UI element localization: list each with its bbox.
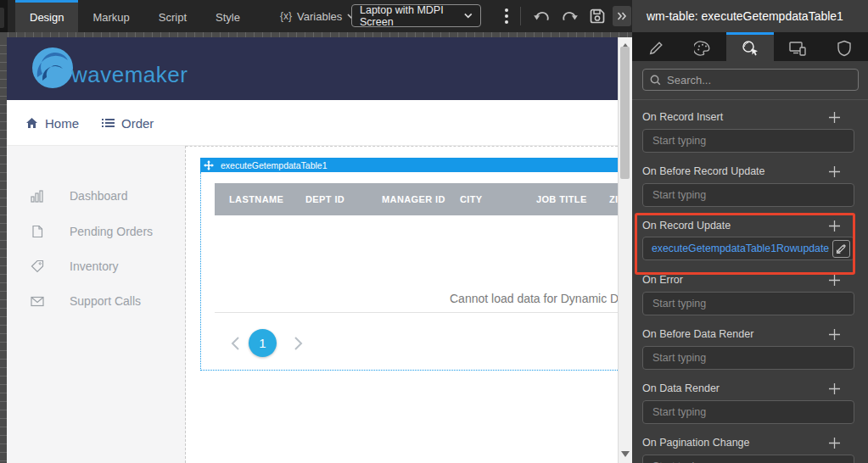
table-footer-divider	[215, 312, 618, 313]
sidebar-item-label: Dashboard	[70, 189, 128, 203]
column-header-lastname[interactable]: LASTNAME	[215, 183, 291, 215]
event-input-on-before-record-update[interactable]	[642, 183, 854, 207]
add-event-button[interactable]	[824, 109, 844, 126]
event-input-on-data-render[interactable]	[642, 400, 854, 424]
nav-item-home[interactable]: Home	[25, 100, 79, 146]
event-value-on-record-update: executeGetempdataTable1Rowupdate	[642, 237, 854, 260]
tab-styles[interactable]	[680, 32, 727, 61]
sidebar-item-dashboard[interactable]: Dashboard	[31, 187, 128, 205]
event-label-on-record-insert: On Record Insert	[642, 111, 812, 123]
data-table-header-row: LASTNAME DEPT ID MANAGER ID CITY JOB TIT…	[215, 183, 618, 215]
add-event-button[interactable]	[824, 380, 844, 397]
device-preview-value: Laptop with MDPI Screen	[360, 4, 464, 28]
add-event-button[interactable]	[824, 271, 844, 288]
add-event-button[interactable]	[824, 326, 844, 343]
sidebar-item-label: Support Calls	[70, 294, 141, 308]
add-event-button[interactable]	[824, 434, 844, 451]
palette-icon	[694, 41, 711, 56]
selected-widget-title-bar[interactable]: executeGetempdataTable1	[200, 158, 618, 172]
widget-name-label: executeGetempdataTable1	[221, 160, 328, 170]
double-chevron-right-icon	[617, 12, 627, 20]
redo-button[interactable]	[560, 6, 580, 26]
selected-widget-title: wm-table: executeGetempdataTable1	[647, 9, 843, 23]
nav-item-order[interactable]: Order	[102, 100, 154, 146]
column-header-city[interactable]: CITY	[445, 183, 522, 215]
tab-design[interactable]: Design	[15, 0, 78, 32]
panel-divider	[632, 99, 868, 100]
brand-logo: wavemaker	[29, 45, 188, 92]
event-input-on-before-data-render[interactable]	[642, 346, 854, 370]
event-handler-link[interactable]: executeGetempdataTable1Rowupdate	[652, 243, 832, 254]
undo-icon	[533, 8, 550, 24]
canvas-scrollbar[interactable]	[618, 37, 632, 463]
event-input-on-record-insert[interactable]	[642, 129, 854, 153]
tab-style[interactable]: Style	[201, 0, 255, 32]
plus-icon	[828, 274, 841, 287]
sidebar-item-pending-orders[interactable]: Pending Orders	[31, 222, 153, 241]
inspector-title: wm-table: executeGetempdataTable1	[632, 0, 868, 32]
save-icon	[589, 8, 606, 25]
edit-pencil-icon	[836, 243, 847, 254]
event-label-on-before-data-render: On Before Data Render	[642, 328, 812, 340]
event-input-on-pagination-change[interactable]	[642, 455, 854, 463]
event-label-on-before-record-update: On Before Record Update	[642, 165, 812, 177]
column-header-manager-id[interactable]: MANAGER ID	[367, 183, 445, 215]
variables-label: Variables	[297, 10, 342, 23]
plus-icon	[828, 437, 841, 449]
plus-icon	[828, 220, 841, 232]
devices-icon	[788, 41, 807, 56]
search-input[interactable]	[667, 74, 851, 86]
move-icon	[204, 160, 214, 170]
event-label-on-pagination-change: On Pagination Change	[642, 437, 812, 449]
scrollbar-thumb[interactable]	[620, 47, 630, 179]
design-canvas: wavemaker Home Order Dashboard Pending O…	[7, 37, 618, 463]
list-icon	[102, 118, 115, 128]
column-header-job-title[interactable]: JOB TITLE	[522, 183, 595, 215]
shield-icon	[837, 40, 852, 57]
save-button[interactable]	[587, 6, 608, 26]
tab-events[interactable]	[726, 32, 774, 61]
chevron-right-icon	[294, 336, 303, 351]
sidebar-item-inventory[interactable]: Inventory	[31, 257, 119, 276]
studio-toolbar: Design Markup Script Style {x} Variables…	[0, 0, 632, 32]
sidebar-item-support-calls[interactable]: Support Calls	[31, 292, 141, 310]
plus-icon	[828, 111, 841, 124]
pagination-current-page: 1	[259, 336, 266, 350]
event-label-on-error: On Error	[642, 274, 812, 286]
widget-selection-border	[200, 172, 201, 371]
pencil-icon	[648, 41, 664, 56]
variables-icon: {x}	[280, 10, 292, 22]
document-icon	[31, 225, 44, 238]
tab-devices[interactable]	[774, 32, 821, 61]
tab-script[interactable]: Script	[144, 0, 201, 32]
column-header-dept-id[interactable]: DEPT ID	[291, 183, 367, 215]
tag-icon	[31, 259, 44, 273]
more-options-icon[interactable]	[501, 7, 512, 25]
tab-security[interactable]	[820, 32, 868, 61]
event-label-on-record-update: On Record Update	[642, 220, 812, 232]
device-preview-select[interactable]: Laptop with MDPI Screen	[351, 4, 481, 27]
add-event-button[interactable]	[824, 163, 844, 180]
undo-button[interactable]	[531, 6, 552, 26]
panel-handle[interactable]	[0, 8, 4, 28]
pagination-prev-button[interactable]	[231, 336, 241, 351]
home-icon	[25, 117, 38, 129]
widget-selection-border	[200, 370, 618, 371]
tab-markup-properties[interactable]	[632, 32, 680, 61]
tab-markup[interactable]: Markup	[78, 0, 143, 32]
edit-handler-button[interactable]	[832, 240, 850, 258]
event-input-on-error[interactable]	[642, 292, 854, 315]
pagination-next-button[interactable]	[294, 336, 304, 351]
collapse-panel-button[interactable]	[613, 6, 631, 26]
pagination-page-button[interactable]: 1	[249, 329, 277, 357]
scroll-down-arrow-icon[interactable]	[621, 451, 630, 457]
app-nav-bar	[7, 100, 618, 146]
events-search-box[interactable]	[642, 69, 859, 91]
column-header-zip[interactable]: ZIP	[595, 183, 618, 215]
bar-chart-icon	[31, 190, 44, 203]
variables-menu[interactable]: {x} Variables	[280, 0, 356, 32]
envelope-icon	[31, 296, 44, 307]
chevron-left-icon	[231, 336, 240, 351]
brand-name: wavemaker	[71, 62, 188, 88]
add-event-button[interactable]	[824, 217, 844, 234]
